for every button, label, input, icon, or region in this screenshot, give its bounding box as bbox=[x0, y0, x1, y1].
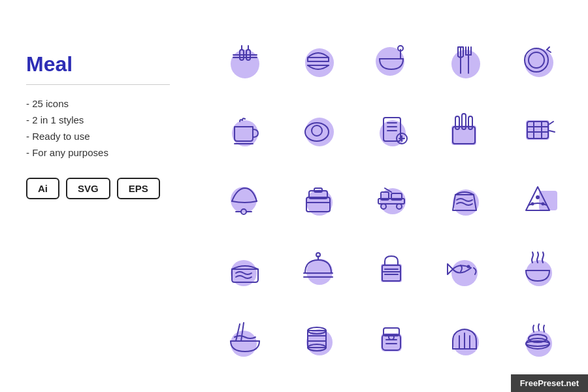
svg-point-86 bbox=[467, 265, 470, 269]
icon-food-app bbox=[355, 95, 427, 163]
divider bbox=[26, 84, 170, 85]
svg-point-72 bbox=[531, 203, 534, 206]
feature-3: - Ready to use bbox=[26, 131, 196, 142]
icon-pizza bbox=[502, 165, 574, 233]
icon-fries bbox=[429, 95, 500, 163]
svg-point-79 bbox=[316, 253, 320, 257]
icon-cloche bbox=[282, 234, 354, 302]
icon-hot-bowl bbox=[502, 234, 574, 302]
badges-container: Ai SVG EPS bbox=[26, 178, 196, 199]
svg-point-105 bbox=[453, 329, 479, 355]
svg-point-26 bbox=[232, 120, 258, 146]
svg-line-52 bbox=[549, 131, 555, 132]
icon-ramen bbox=[209, 234, 281, 302]
icon-bowl bbox=[355, 26, 427, 94]
icon-food-jar bbox=[355, 303, 427, 371]
icon-food-bag bbox=[355, 234, 427, 302]
icon-burger bbox=[282, 26, 354, 94]
svg-point-87 bbox=[526, 260, 552, 286]
svg-rect-45 bbox=[526, 120, 549, 140]
svg-point-31 bbox=[313, 127, 321, 135]
svg-point-0 bbox=[231, 50, 259, 78]
icon-coffee bbox=[209, 95, 281, 163]
svg-rect-80 bbox=[381, 264, 402, 282]
feature-1: - 25 icons bbox=[26, 98, 196, 109]
icons-grid bbox=[209, 26, 574, 371]
icon-cutlery bbox=[429, 26, 500, 94]
icon-bread bbox=[429, 303, 500, 371]
icon-steamer bbox=[502, 303, 574, 371]
svg-line-51 bbox=[549, 122, 553, 124]
feature-4: - For any purposes bbox=[26, 147, 196, 158]
icon-noodle-box bbox=[429, 165, 500, 233]
svg-point-71 bbox=[536, 195, 540, 199]
svg-point-73 bbox=[542, 203, 545, 206]
icon-fish bbox=[429, 234, 500, 302]
icon-lunchbox bbox=[282, 165, 354, 233]
svg-badge[interactable]: SVG bbox=[66, 178, 110, 199]
features-list: - 25 icons - 2 in 1 styles - Ready to us… bbox=[26, 98, 196, 158]
icon-serving bbox=[355, 165, 427, 233]
feature-2: - 2 in 1 styles bbox=[26, 114, 196, 125]
product-title: Meal bbox=[26, 52, 196, 76]
eps-badge[interactable]: EPS bbox=[117, 178, 160, 199]
svg-point-75 bbox=[306, 259, 333, 285]
icon-bbq bbox=[209, 26, 281, 94]
svg-point-89 bbox=[231, 331, 257, 357]
ai-badge[interactable]: Ai bbox=[26, 178, 59, 199]
icon-egg bbox=[282, 95, 354, 163]
icon-noodle-bowl bbox=[209, 303, 281, 371]
icon-waffle bbox=[502, 95, 574, 163]
icon-taco bbox=[209, 165, 281, 233]
watermark: FreePreset.net bbox=[511, 374, 588, 392]
icon-canned-food bbox=[282, 303, 354, 371]
left-panel: Meal - 25 icons - 2 in 1 styles - Ready … bbox=[26, 52, 196, 199]
icon-plate bbox=[502, 26, 574, 94]
svg-point-85 bbox=[451, 260, 478, 286]
